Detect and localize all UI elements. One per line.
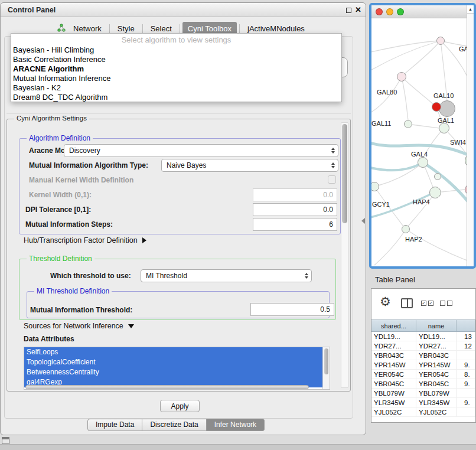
mi-algorithm-type-label: Mutual Information Algorithm Type: <box>29 161 148 169</box>
tab-infer-network[interactable]: Infer Network <box>207 419 265 431</box>
attribute-item[interactable]: TopologicalCoefficient <box>24 357 324 367</box>
checked-pair-icon[interactable]: ✓✓ <box>421 301 433 306</box>
network-node-label: GAL4 <box>411 151 428 158</box>
tab-discretize-data[interactable]: Discretize Data <box>142 419 206 431</box>
kernel-width-input[interactable] <box>253 188 337 201</box>
zoom-traffic-light[interactable] <box>397 8 404 15</box>
data-attributes-listbox: SelfLoopsTopologicalCoefficientBetweenne… <box>24 347 330 390</box>
attributes-vertical-scrollbar[interactable] <box>322 347 330 389</box>
network-node-label: GAL1 <box>438 117 454 124</box>
table-row[interactable]: YLR345WYLR345W9. <box>371 398 475 407</box>
dpi-tolerance-input[interactable] <box>253 203 337 216</box>
mi-threshold-group: MI Threshold Definition Mutual Informati… <box>27 291 330 318</box>
table-cell: YDL19... <box>371 332 416 341</box>
network-node[interactable] <box>397 72 406 81</box>
table-row[interactable]: YER054CYER054C8. <box>371 370 475 379</box>
table-row[interactable]: YBL079WYBL079W <box>371 389 475 398</box>
scrollbar-thumb[interactable] <box>324 348 328 374</box>
algorithm-popup-item[interactable]: Bayesian - Hill Climbing <box>11 45 341 55</box>
mi-threshold-group-title: MI Threshold Definition <box>34 287 112 295</box>
table-panel-title: Table Panel <box>375 275 415 284</box>
scrollbar-thumb[interactable] <box>342 124 347 223</box>
gear-icon[interactable]: ⚙ <box>380 295 391 309</box>
window-title: Control Panel <box>8 6 56 14</box>
mi-steps-input[interactable] <box>253 218 337 231</box>
table-cell <box>457 389 475 397</box>
attribute-item[interactable]: BetweennessCentrality <box>24 367 324 377</box>
which-threshold-select[interactable]: MI Threshold <box>141 269 312 282</box>
control-panel-titlebar[interactable]: Control Panel ✕ <box>1 3 366 17</box>
columns-icon[interactable] <box>401 298 413 308</box>
sources-section-header[interactable]: Sources for Network Inference <box>24 322 134 330</box>
network-node[interactable] <box>439 100 455 117</box>
network-node[interactable] <box>418 157 428 168</box>
float-window-icon[interactable] <box>346 8 351 13</box>
hub-section-header[interactable]: Hub/Transcription Factor Definition <box>24 236 146 244</box>
dock-panel-icon[interactable] <box>2 437 9 444</box>
network-node-label: SWI4 <box>450 139 466 146</box>
scroll-up-arrow-icon[interactable]: ▲ <box>467 5 474 14</box>
network-vertical-scrollbar[interactable]: ▲ <box>467 5 474 266</box>
mi-algorithm-type-select[interactable]: Naive Bayes <box>161 159 338 172</box>
close-window-icon[interactable]: ✕ <box>355 5 361 14</box>
sources-section-label: Sources for Network Inference <box>24 322 123 330</box>
network-node[interactable] <box>432 102 441 112</box>
table-row[interactable]: YDL19...YDL19...13 <box>371 332 475 341</box>
unchecked-pair-icon[interactable] <box>440 301 452 306</box>
network-node[interactable] <box>402 225 410 233</box>
table-cell: 9. <box>457 360 475 369</box>
table-cell: 12 <box>457 341 475 350</box>
table-cell: YDR27... <box>416 341 457 350</box>
algorithm-popup-item[interactable]: Mutual Information Inference <box>11 74 341 83</box>
mi-threshold-input[interactable] <box>250 303 334 316</box>
table-row[interactable]: YJL052CYJL052C <box>371 407 475 417</box>
table-cell <box>457 407 475 416</box>
network-tab-icon <box>57 24 66 34</box>
combo-arrows-icon <box>305 270 308 282</box>
tab-separator <box>239 24 240 33</box>
network-node[interactable] <box>404 120 412 128</box>
threshold-definition-title: Threshold Definition <box>27 255 94 263</box>
table-row[interactable]: YDR27...YDR27...12 <box>371 341 475 351</box>
attribute-item[interactable]: SelfLoops <box>24 347 324 357</box>
table-cell: YBR043C <box>371 351 416 360</box>
close-traffic-light[interactable] <box>376 8 383 15</box>
algorithm-popup-list: Bayesian - Hill ClimbingBasic Correlatio… <box>11 45 341 102</box>
table-row[interactable]: YBR045CYBR045C9. <box>371 379 475 389</box>
collapsed-arrow-icon <box>142 237 146 243</box>
algorithm-popup-item[interactable]: Dream8 DC_TDC Algorithm <box>11 93 341 102</box>
network-node[interactable] <box>434 173 441 180</box>
status-bar <box>0 444 476 450</box>
panel-splitter-handle[interactable] <box>361 218 365 224</box>
algorithm-popup-item[interactable]: ARACNE Algorithm <box>11 64 341 74</box>
tab-separator <box>142 24 143 33</box>
algorithm-definition-title: Algorithm Definition <box>27 134 93 142</box>
which-threshold-label: Which threshold to use: <box>50 272 131 280</box>
table-column-header[interactable]: shared... <box>371 320 416 331</box>
network-node[interactable] <box>429 187 441 198</box>
algorithm-popup-item[interactable]: Basic Correlation Inference <box>11 55 341 64</box>
hidden-groupbox-edge <box>6 113 351 113</box>
apply-button[interactable]: Apply <box>160 400 200 412</box>
table-row[interactable]: YBR043CYBR043C <box>371 351 475 360</box>
attributes-horizontal-scrollbar[interactable] <box>25 385 309 389</box>
cyni-algorithm-settings-group: Cyni Algorithm Settings Algorithm Defini… <box>6 119 351 392</box>
network-node-label: HAP2 <box>405 236 422 243</box>
network-node[interactable] <box>439 123 449 133</box>
algorithm-popup-item[interactable]: Bayesian - K2 <box>11 83 341 93</box>
data-attributes-list: SelfLoopsTopologicalCoefficientBetweenne… <box>24 347 330 387</box>
aracne-mode-select[interactable]: Discovery <box>64 144 338 157</box>
minimize-traffic-light[interactable] <box>386 8 393 15</box>
table-column-header[interactable] <box>457 320 475 331</box>
table-row[interactable]: YPR145WYPR145W9. <box>371 360 475 370</box>
network-node[interactable] <box>436 37 445 45</box>
network-node-label: GAL10 <box>433 92 454 99</box>
network-canvas[interactable]: GALGAL80GAL10GAL11GAL1SWI4GAL4GCY1HAP4HA… <box>371 18 474 266</box>
network-node[interactable] <box>370 182 379 191</box>
tab-impute-data[interactable]: Impute Data <box>87 419 142 431</box>
network-window-titlebar[interactable] <box>371 5 474 18</box>
settings-vertical-scrollbar[interactable] <box>341 122 348 388</box>
manual-kernel-width-label: Manual Kernel Width Definition <box>29 176 133 184</box>
table-column-header[interactable]: name <box>416 320 457 331</box>
manual-kernel-width-checkbox[interactable] <box>328 175 336 184</box>
